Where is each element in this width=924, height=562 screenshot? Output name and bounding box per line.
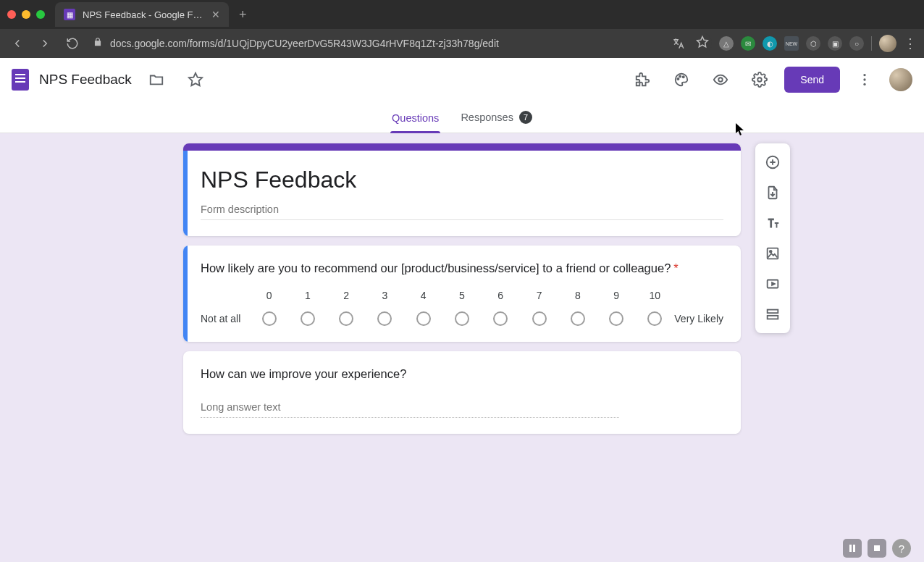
scale-radio-0[interactable] (262, 311, 277, 326)
scale-high-label: Very Likely (674, 313, 723, 324)
browser-chrome: ▦ NPS Feedback - Google Forms ✕ + docs.g… (0, 0, 924, 58)
svg-point-1 (679, 75, 681, 77)
form-column: NPS Feedback How likely are you to recom… (183, 143, 741, 434)
svg-rect-16 (874, 545, 880, 551)
extension-icons: △ ✉ ◐ NEW ⬡ ▣ ○ ⋮ (719, 35, 917, 52)
svg-rect-15 (853, 545, 855, 552)
extension-icon[interactable]: ◐ (763, 36, 777, 51)
browser-menu-icon[interactable]: ⋮ (904, 35, 917, 51)
tab-label: Questions (392, 112, 439, 124)
extension-icon[interactable]: ✉ (741, 36, 755, 51)
form-tabs: Questions Responses 7 (0, 101, 924, 133)
minimize-window-icon[interactable] (22, 10, 30, 19)
svg-point-5 (863, 74, 865, 76)
scale-radio-3[interactable] (377, 311, 392, 326)
required-marker: * (673, 261, 678, 274)
question-card-paragraph[interactable]: How can we improve your experience? (183, 351, 741, 434)
maximize-window-icon[interactable] (36, 10, 45, 19)
close-window-icon[interactable] (7, 10, 16, 19)
svg-point-7 (863, 83, 865, 85)
account-avatar[interactable] (889, 68, 912, 91)
scale-radio-4[interactable] (416, 311, 431, 326)
svg-point-4 (758, 77, 763, 82)
form-header-card[interactable]: NPS Feedback (183, 143, 741, 236)
svg-point-0 (678, 78, 679, 80)
svg-point-6 (863, 78, 865, 80)
add-image-button[interactable] (758, 239, 787, 268)
settings-button[interactable] (745, 65, 774, 94)
scale-radio-2[interactable] (339, 311, 353, 326)
separator (871, 36, 872, 51)
close-tab-icon[interactable]: ✕ (211, 9, 220, 20)
new-tab-button[interactable]: + (239, 7, 247, 22)
question-card-linear-scale[interactable]: How likely are you to recommend our [pro… (183, 246, 741, 342)
scale-radio-5[interactable] (455, 311, 469, 326)
form-description-input[interactable] (201, 199, 723, 220)
scale-number-labels: 0 1 2 3 4 5 6 7 8 9 10 (250, 290, 674, 301)
profile-avatar-icon[interactable] (879, 35, 896, 52)
question-text: How can we improve your experience? (201, 367, 723, 381)
extension-icon[interactable]: △ (719, 36, 734, 51)
preview-button[interactable] (706, 65, 735, 94)
scale-radio-6[interactable] (493, 311, 508, 326)
scale-radio-8[interactable] (571, 311, 585, 326)
extension-new-badge-icon[interactable]: NEW (784, 36, 799, 51)
translate-icon[interactable] (668, 33, 689, 54)
move-to-folder-button[interactable] (142, 65, 171, 94)
svg-point-3 (719, 77, 723, 82)
window-controls (7, 10, 45, 19)
svg-point-10 (770, 251, 772, 253)
responses-count-badge: 7 (519, 111, 532, 124)
scale-radios (250, 311, 674, 326)
more-menu-button[interactable] (850, 65, 879, 94)
tab-strip: ▦ NPS Feedback - Google Forms ✕ + (0, 0, 924, 29)
send-button[interactable]: Send (784, 67, 840, 93)
tab-title: NPS Feedback - Google Forms (83, 9, 204, 20)
scale-row: Not at all (201, 311, 723, 326)
google-forms-logo-icon[interactable] (12, 69, 29, 91)
tab-label: Responses (461, 112, 513, 123)
star-document-button[interactable] (181, 65, 210, 94)
extension-icon[interactable]: ⬡ (806, 36, 820, 51)
browser-tab[interactable]: ▦ NPS Feedback - Google Forms ✕ (55, 2, 229, 27)
svg-rect-13 (768, 316, 778, 319)
stop-recording-button[interactable] (868, 539, 886, 558)
url-text: docs.google.com/forms/d/1UQjDpyCU2yeerDv… (110, 38, 661, 49)
reload-button[interactable] (62, 33, 83, 54)
address-bar[interactable]: docs.google.com/forms/d/1UQjDpyCU2yeerDv… (90, 33, 712, 54)
help-button[interactable]: ? (892, 539, 911, 558)
add-video-button[interactable] (758, 269, 787, 298)
form-canvas: NPS Feedback How likely are you to recom… (0, 133, 924, 562)
scale-radio-1[interactable] (301, 311, 315, 326)
extension-icon[interactable]: ▣ (828, 36, 842, 51)
bottom-right-controls: ? (843, 539, 911, 558)
forms-favicon-icon: ▦ (64, 9, 75, 20)
add-question-button[interactable] (758, 148, 787, 177)
scale-radio-10[interactable] (647, 311, 662, 326)
extension-icon[interactable]: ○ (849, 36, 864, 51)
addons-button[interactable] (628, 65, 657, 94)
browser-toolbar: docs.google.com/forms/d/1UQjDpyCU2yeerDv… (0, 29, 924, 58)
long-answer-placeholder (201, 397, 619, 418)
customize-theme-button[interactable] (667, 65, 696, 94)
scale-radio-9[interactable] (609, 311, 623, 326)
tab-questions[interactable]: Questions (390, 112, 440, 133)
pause-recording-button[interactable] (843, 539, 862, 558)
import-questions-button[interactable] (758, 178, 787, 207)
lock-icon (93, 37, 103, 50)
svg-rect-14 (849, 545, 852, 552)
forward-button[interactable] (35, 33, 55, 54)
form-title[interactable]: NPS Feedback (201, 167, 723, 193)
document-title[interactable]: NPS Feedback (39, 72, 132, 88)
bookmark-star-icon[interactable] (696, 35, 709, 51)
forms-app: NPS Feedback Send Questions Respo (0, 58, 924, 562)
back-button[interactable] (7, 33, 28, 54)
svg-rect-12 (768, 310, 778, 314)
question-text: How likely are you to recommend our [pro… (201, 261, 723, 275)
svg-point-2 (683, 76, 684, 77)
app-header: NPS Feedback Send (0, 58, 924, 101)
add-title-button[interactable] (758, 209, 787, 238)
tab-responses[interactable]: Responses 7 (459, 111, 534, 133)
add-section-button[interactable] (758, 300, 787, 329)
scale-radio-7[interactable] (532, 311, 547, 326)
